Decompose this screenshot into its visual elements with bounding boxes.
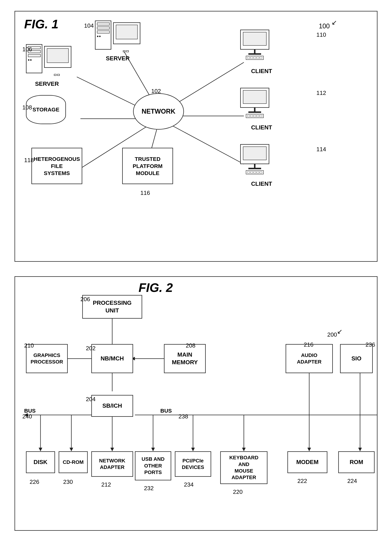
ref-104: 104 [84, 22, 94, 29]
usb-label: USB AND OTHER PORTS [142, 456, 165, 476]
ref-212: 212 [101, 481, 111, 488]
graphics-label: GRAPHICS PROCESSOR [31, 352, 63, 365]
rom-block: ROM [338, 451, 375, 473]
pci-block: PCI/PCIe DEVICES [175, 451, 211, 477]
audio-adapter-block: AUDIO ADAPTER [286, 344, 333, 373]
main-mem-label: MAIN MEMORY [172, 351, 198, 366]
ref-114: 114 [317, 146, 326, 153]
fig2-svg [15, 277, 377, 530]
nbmch-block: NB/MCH [91, 344, 133, 373]
client-110-group [240, 30, 269, 60]
ref-238: 238 [178, 413, 188, 420]
network-adapter-block: NETWORK ADAPTER [91, 451, 133, 477]
ref-222: 222 [297, 478, 307, 484]
server1-label: SERVER [106, 55, 130, 62]
network-label: NETWORK [142, 108, 175, 115]
bus1-label: BUS [24, 408, 36, 414]
svg-line-7 [169, 124, 244, 164]
network-adapter-label: NETWORK ADAPTER [99, 457, 126, 471]
server-106-group [26, 44, 71, 76]
storage-label: STORAGE [33, 106, 59, 113]
network-cloud: NETWORK [133, 93, 184, 130]
server-104-group [95, 20, 140, 52]
ref-108: 108 [22, 104, 32, 111]
svg-marker-26 [39, 448, 42, 451]
ref-224: 224 [347, 478, 357, 484]
client3-label: CLIENT [251, 180, 272, 187]
ref-210: 210 [24, 342, 34, 349]
rom-label: ROM [350, 458, 363, 466]
audio-label: AUDIO ADAPTER [297, 352, 321, 365]
ref-220: 220 [233, 489, 243, 495]
fig1-title: FIG. 1 [24, 17, 58, 31]
ref-118: 118 [24, 157, 34, 164]
modem-block: MODEM [287, 451, 327, 473]
keyboard-label: KEYBOARD AND MOUSE ADAPTER [229, 454, 258, 481]
ref-216: 216 [304, 341, 313, 348]
ref-204: 204 [86, 396, 95, 403]
ref-236: 236 [365, 341, 375, 348]
ref-110: 110 [317, 31, 326, 38]
fig2-title: FIG. 2 [139, 280, 173, 295]
main-memory-block: MAIN MEMORY [164, 344, 206, 373]
svg-marker-36 [242, 448, 246, 451]
svg-marker-44 [358, 448, 362, 451]
bus2-label: BUS [160, 408, 172, 414]
server2-label: SERVER [35, 81, 59, 87]
ref-200: 200 [327, 331, 337, 338]
ref-208: 208 [186, 342, 195, 349]
tpm-box: TRUSTED PLATFORM MODULE [122, 148, 173, 184]
ref-232: 232 [144, 485, 154, 492]
sbich-label: SB/ICH [103, 402, 122, 410]
ref-106: 106 [22, 46, 32, 53]
sio-label: SIO [351, 355, 361, 362]
ref-100: 100 [319, 22, 330, 30]
ref-206: 206 [80, 296, 90, 303]
ref-234: 234 [184, 481, 194, 488]
ref-116: 116 [140, 190, 150, 196]
svg-marker-34 [191, 448, 195, 451]
disk-block: DISK [26, 451, 55, 473]
svg-marker-28 [70, 448, 73, 451]
tpm-label: TRUSTED PLATFORM MODULE [133, 155, 163, 177]
nbmch-label: NB/MCH [101, 355, 124, 362]
sbich-block: SB/ICH [91, 395, 133, 417]
client2-label: CLIENT [251, 124, 272, 131]
ref-202: 202 [86, 345, 95, 352]
fig2-diagram: FIG. 2 200 ↙ [14, 276, 378, 531]
client1-label: CLIENT [251, 68, 272, 75]
keyboard-block: KEYBOARD AND MOUSE ADAPTER [220, 451, 267, 484]
pu-label: PROCESSING UNIT [93, 299, 131, 314]
hfs-box: HETEROGENOUS FILE SYSTEMS [31, 148, 82, 184]
usb-block: USB AND OTHER PORTS [135, 451, 171, 480]
pci-label: PCI/PCIe DEVICES [182, 457, 204, 471]
ref-102: 102 [151, 88, 161, 95]
sio-block: SIO [340, 344, 373, 373]
processing-unit-block: PROCESSING UNIT [82, 295, 142, 319]
svg-marker-32 [151, 448, 155, 451]
ref-226: 226 [30, 479, 39, 485]
client-114-group [240, 144, 269, 174]
hfs-label: HETEROGENOUS FILE SYSTEMS [34, 155, 80, 177]
page: FIG. 1 100 ↙ NETWORK 102 [0, 0, 392, 536]
svg-marker-42 [307, 448, 311, 451]
ref-112: 112 [317, 90, 326, 96]
modem-label: MODEM [296, 458, 319, 466]
cdrom-block: CD-ROM [59, 451, 88, 473]
client-112-group [240, 88, 269, 118]
cdrom-label: CD-ROM [63, 459, 84, 465]
fig1-diagram: FIG. 1 100 ↙ NETWORK 102 [14, 11, 378, 262]
ref-230: 230 [63, 479, 73, 485]
disk-label: DISK [34, 458, 47, 466]
svg-line-5 [169, 62, 244, 108]
svg-marker-30 [110, 448, 114, 451]
ref-240: 240 [22, 413, 32, 420]
